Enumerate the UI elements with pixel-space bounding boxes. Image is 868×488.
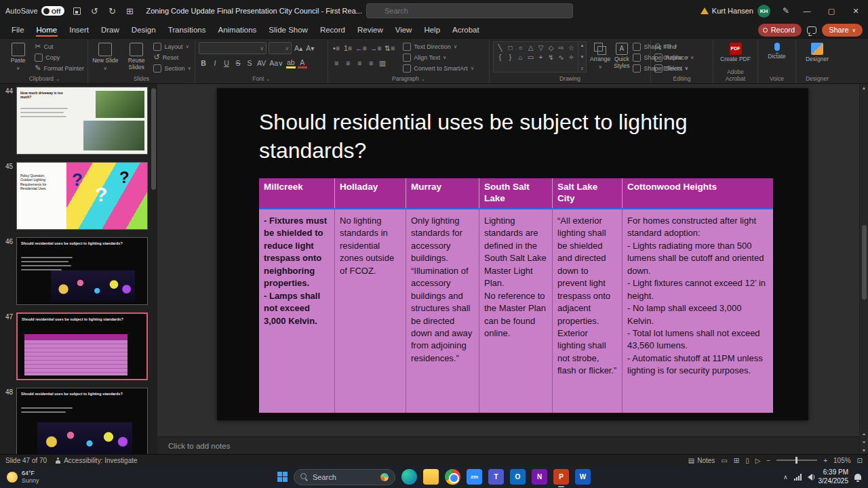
word-icon[interactable]: W [575,469,591,485]
brace-shape-icon[interactable]: } [509,54,511,61]
shapes-scrollbar[interactable]: ▲ ▼ ≡ [578,41,587,73]
maximize-button[interactable]: ▢ [819,0,844,22]
comments-button[interactable] [807,26,816,34]
slide-thumbnail-48[interactable]: Should residential uses be subject to li… [16,388,148,454]
table-header-cell[interactable]: Holladay [335,178,406,208]
shapes-gallery[interactable]: ╲ □ ○ △ ▽ ◇ ⇨ ☆ { } ⌂ ▭ + ↯ ∿ [493,41,578,73]
autosave-toggle[interactable]: AutoSave Off [5,6,64,16]
clock[interactable]: 6:39 PM 3/24/2025 [818,468,849,485]
find-button[interactable]: Find [654,41,694,52]
numbering-button[interactable]: 1≡ [343,43,353,54]
editing-mode-icon[interactable]: ✎ [777,2,795,20]
reset-button[interactable]: ↺Reset [153,52,191,62]
table-cell[interactable]: Only lighting standards for accessory bu… [406,209,479,413]
network-icon[interactable] [794,474,802,481]
redo-button[interactable]: ↻ [104,3,119,18]
convert-smartart-button[interactable]: Convert to SmartArt∨ [403,63,474,73]
tab-transitions[interactable]: Transitions [162,23,212,37]
normal-view-button[interactable]: ▭ [721,457,727,464]
tab-slide-show[interactable]: Slide Show [262,23,314,37]
scroll-down-icon[interactable]: ▼ [862,448,867,453]
highlight-color-button[interactable]: ab [286,58,296,68]
zoom-slider[interactable] [776,460,817,461]
hidden-icons-chevron[interactable]: ∧ [783,474,788,481]
edge-icon[interactable] [401,469,417,485]
tab-insert[interactable]: Insert [63,23,95,37]
tab-draw[interactable]: Draw [95,23,125,37]
tab-acrobat[interactable]: Acrobat [446,23,486,37]
section-button[interactable]: Section∨ [153,63,191,73]
grow-font-button[interactable]: A▴ [294,43,303,54]
search-input[interactable] [366,3,573,18]
start-button[interactable] [277,472,288,482]
undo-button[interactable]: ↺ [87,3,102,18]
callout-shape-icon[interactable]: ▭ [528,54,534,61]
slide-indicator[interactable]: Slide 47 of 70 [5,457,47,464]
reuse-slides-button[interactable]: Reuse Slides [123,41,151,71]
line-shape-icon[interactable]: ╲ [498,44,502,52]
align-center-button[interactable]: ≡ [343,58,353,68]
table-header-cell[interactable]: Millcreek [259,178,335,208]
comparison-table[interactable]: Millcreek Holladay Murray South Salt Lak… [259,178,773,413]
zoom-out-button[interactable]: − [766,457,770,464]
taskbar-search[interactable]: Search [294,469,395,485]
avatar[interactable]: KH [757,5,770,18]
change-case-button[interactable]: Aa∨ [269,58,284,68]
table-cell[interactable]: “All exterior lighting shall be shielded… [553,209,623,413]
scroll-up-icon[interactable]: ▲ [580,43,585,47]
outlook-icon[interactable]: O [510,469,526,485]
table-header-cell[interactable]: Cottonwood Heights [623,178,773,208]
record-button[interactable]: Record [758,24,802,37]
tab-home[interactable]: Home [31,23,64,37]
scroll-down-icon[interactable]: ▼ [580,55,585,59]
vertical-scrollbar[interactable]: ▲ ⏶ ⏷ ▼ [859,84,868,454]
columns-button[interactable]: ▥ [378,58,387,68]
copy-button[interactable]: Copy [35,52,84,62]
italic-button[interactable]: I [210,58,220,68]
slide-title[interactable]: Should residential uses be subject to li… [259,108,764,165]
notes-pane[interactable]: Click to add notes [157,436,868,454]
font-size-select[interactable]: ∨ [269,42,292,54]
volume-icon[interactable] [808,474,812,481]
next-slide-button[interactable]: ⏷ [862,440,866,445]
table-cell[interactable]: Lighting standards are defined in the So… [479,209,553,413]
dialog-launcher-icon[interactable]: ⌄ [56,76,60,82]
dialog-launcher-icon[interactable]: ⌄ [266,76,270,82]
zoom-app-icon[interactable]: zm [467,469,482,485]
align-left-button[interactable]: ≡ [332,58,341,68]
slide-thumbnail-45[interactable]: Policy Question: Outdoor Lighting Requir… [16,162,148,230]
thumbnail-scrollbar[interactable] [151,88,156,190]
zoom-in-button[interactable]: + [823,457,827,464]
weather-widget[interactable]: 64°F Sunny [7,470,39,485]
slide-canvas[interactable]: Should residential uses be subject to li… [157,84,868,436]
tab-review[interactable]: Review [351,23,389,37]
onenote-icon[interactable]: N [532,469,547,485]
notes-toggle-button[interactable]: ▤ Notes [688,457,715,464]
select-button[interactable]: Select∨ [654,63,694,73]
accessibility-checker[interactable]: Accessibility: Investigate [55,457,137,464]
table-header-cell[interactable]: South Salt Lake [479,178,553,208]
new-slide-button[interactable]: New Slide ∨ [92,41,119,71]
tab-file[interactable]: File [5,23,31,37]
align-right-button[interactable]: ≡ [355,58,364,68]
table-cell[interactable]: - Fixtures must be shielded to reduce li… [259,209,335,413]
down-triangle-shape-icon[interactable]: ▽ [538,44,544,52]
shrink-font-button[interactable]: A▾ [305,43,315,54]
minimize-button[interactable]: — [795,0,819,22]
strikethrough-button[interactable]: S [233,58,243,68]
user-name[interactable]: Kurt Hansen [712,7,753,15]
close-button[interactable]: ✕ [844,0,868,22]
create-pdf-button[interactable]: PDF Create PDF [720,41,751,63]
diamond-shape-icon[interactable]: ◇ [549,44,554,52]
tab-design[interactable]: Design [125,23,162,37]
rectangle-shape-icon[interactable]: □ [508,44,512,52]
arrange-button[interactable]: Arrange ∨ [590,41,610,70]
decrease-indent-button[interactable]: ←≡ [355,43,368,54]
scroll-up-icon[interactable]: ▲ [862,85,867,90]
dictate-button[interactable]: Dictate [762,41,792,60]
freeform-shape-icon[interactable]: ✧ [568,54,574,61]
fit-to-window-button[interactable]: ⊡ [857,457,863,464]
lightning-shape-icon[interactable]: ↯ [548,54,553,61]
table-cell[interactable]: For homes constructed after light standa… [623,209,773,413]
slide-sorter-view-button[interactable]: ⊞ [734,457,739,464]
